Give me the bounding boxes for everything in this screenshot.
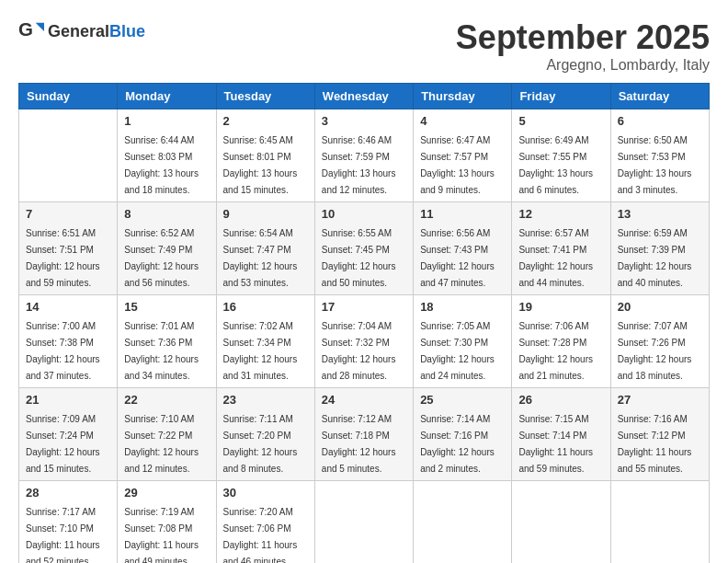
day-info: Sunrise: 6:50 AM Sunset: 7:53 PM Dayligh… <box>618 135 692 195</box>
calendar-cell: 9Sunrise: 6:54 AM Sunset: 7:47 PM Daylig… <box>216 202 314 295</box>
day-info: Sunrise: 7:14 AM Sunset: 7:16 PM Dayligh… <box>420 414 495 474</box>
calendar-cell: 14Sunrise: 7:00 AM Sunset: 7:38 PM Dayli… <box>19 295 118 388</box>
day-info: Sunrise: 6:47 AM Sunset: 7:57 PM Dayligh… <box>420 135 495 195</box>
calendar-cell: 11Sunrise: 6:56 AM Sunset: 7:43 PM Dayli… <box>414 202 512 295</box>
calendar-cell: 13Sunrise: 6:59 AM Sunset: 7:39 PM Dayli… <box>610 202 709 295</box>
weekday-wednesday: Wednesday <box>314 84 413 109</box>
day-number: 18 <box>420 300 505 314</box>
day-info: Sunrise: 6:55 AM Sunset: 7:45 PM Dayligh… <box>322 228 396 288</box>
day-info: Sunrise: 7:17 AM Sunset: 7:10 PM Dayligh… <box>26 507 100 563</box>
weekday-header-row: Sunday Monday Tuesday Wednesday Thursday… <box>19 84 710 109</box>
week-row-4: 21Sunrise: 7:09 AM Sunset: 7:24 PM Dayli… <box>19 388 710 481</box>
calendar-cell <box>314 481 413 564</box>
svg-text:G: G <box>18 18 33 40</box>
month-title: September 2025 <box>456 18 710 57</box>
day-number: 25 <box>420 393 505 407</box>
calendar-cell: 10Sunrise: 6:55 AM Sunset: 7:45 PM Dayli… <box>314 202 413 295</box>
calendar-cell: 22Sunrise: 7:10 AM Sunset: 7:22 PM Dayli… <box>118 388 216 481</box>
day-info: Sunrise: 6:44 AM Sunset: 8:03 PM Dayligh… <box>124 135 199 195</box>
calendar-cell: 6Sunrise: 6:50 AM Sunset: 7:53 PM Daylig… <box>610 109 709 202</box>
weekday-sunday: Sunday <box>19 84 118 109</box>
day-number: 20 <box>618 300 702 314</box>
day-info: Sunrise: 6:54 AM Sunset: 7:47 PM Dayligh… <box>223 228 298 288</box>
day-number: 3 <box>322 114 406 128</box>
calendar-cell: 27Sunrise: 7:16 AM Sunset: 7:12 PM Dayli… <box>610 388 709 481</box>
week-row-2: 7Sunrise: 6:51 AM Sunset: 7:51 PM Daylig… <box>19 202 710 295</box>
day-number: 11 <box>420 207 505 221</box>
day-info: Sunrise: 6:56 AM Sunset: 7:43 PM Dayligh… <box>420 228 495 288</box>
calendar-cell: 30Sunrise: 7:20 AM Sunset: 7:06 PM Dayli… <box>216 481 314 564</box>
day-info: Sunrise: 7:04 AM Sunset: 7:32 PM Dayligh… <box>322 321 396 381</box>
day-number: 26 <box>518 393 603 407</box>
day-number: 30 <box>223 486 308 500</box>
day-info: Sunrise: 7:11 AM Sunset: 7:20 PM Dayligh… <box>223 414 298 474</box>
day-info: Sunrise: 7:01 AM Sunset: 7:36 PM Dayligh… <box>124 321 199 381</box>
day-info: Sunrise: 7:20 AM Sunset: 7:06 PM Dayligh… <box>223 507 298 563</box>
calendar-cell: 12Sunrise: 6:57 AM Sunset: 7:41 PM Dayli… <box>512 202 610 295</box>
calendar-cell: 2Sunrise: 6:45 AM Sunset: 8:01 PM Daylig… <box>216 109 314 202</box>
day-number: 15 <box>124 300 209 314</box>
calendar-cell: 29Sunrise: 7:19 AM Sunset: 7:08 PM Dayli… <box>118 481 216 564</box>
day-number: 9 <box>223 207 308 221</box>
logo: G GeneralBlue <box>18 18 145 44</box>
calendar-table: Sunday Monday Tuesday Wednesday Thursday… <box>18 83 710 563</box>
title-area: September 2025 Argegno, Lombardy, Italy <box>456 18 710 74</box>
calendar-cell <box>512 481 610 564</box>
calendar-cell: 23Sunrise: 7:11 AM Sunset: 7:20 PM Dayli… <box>216 388 314 481</box>
calendar-cell: 20Sunrise: 7:07 AM Sunset: 7:26 PM Dayli… <box>610 295 709 388</box>
day-number: 2 <box>223 114 308 128</box>
day-info: Sunrise: 7:15 AM Sunset: 7:14 PM Dayligh… <box>518 414 593 474</box>
calendar-cell: 4Sunrise: 6:47 AM Sunset: 7:57 PM Daylig… <box>414 109 512 202</box>
day-info: Sunrise: 6:57 AM Sunset: 7:41 PM Dayligh… <box>518 228 593 288</box>
calendar-cell: 8Sunrise: 6:52 AM Sunset: 7:49 PM Daylig… <box>118 202 216 295</box>
calendar-cell: 16Sunrise: 7:02 AM Sunset: 7:34 PM Dayli… <box>216 295 314 388</box>
day-info: Sunrise: 7:10 AM Sunset: 7:22 PM Dayligh… <box>124 414 199 474</box>
day-number: 24 <box>322 393 406 407</box>
day-info: Sunrise: 6:59 AM Sunset: 7:39 PM Dayligh… <box>618 228 692 288</box>
day-info: Sunrise: 7:19 AM Sunset: 7:08 PM Dayligh… <box>124 507 199 563</box>
day-info: Sunrise: 6:52 AM Sunset: 7:49 PM Dayligh… <box>124 228 199 288</box>
day-number: 22 <box>124 393 209 407</box>
day-number: 27 <box>618 393 702 407</box>
calendar-cell: 17Sunrise: 7:04 AM Sunset: 7:32 PM Dayli… <box>314 295 413 388</box>
weekday-thursday: Thursday <box>414 84 512 109</box>
day-info: Sunrise: 7:06 AM Sunset: 7:28 PM Dayligh… <box>518 321 593 381</box>
day-number: 5 <box>518 114 603 128</box>
calendar-cell: 24Sunrise: 7:12 AM Sunset: 7:18 PM Dayli… <box>314 388 413 481</box>
weekday-saturday: Saturday <box>610 84 709 109</box>
logo-icon: G <box>18 18 44 44</box>
day-number: 1 <box>124 114 209 128</box>
day-number: 7 <box>26 207 110 221</box>
day-info: Sunrise: 6:51 AM Sunset: 7:51 PM Dayligh… <box>26 228 100 288</box>
calendar-cell: 28Sunrise: 7:17 AM Sunset: 7:10 PM Dayli… <box>19 481 118 564</box>
logo-general: General <box>48 22 109 40</box>
calendar-cell <box>19 109 118 202</box>
calendar-cell: 18Sunrise: 7:05 AM Sunset: 7:30 PM Dayli… <box>414 295 512 388</box>
calendar-cell: 7Sunrise: 6:51 AM Sunset: 7:51 PM Daylig… <box>19 202 118 295</box>
location-title: Argegno, Lombardy, Italy <box>456 57 710 74</box>
day-info: Sunrise: 7:05 AM Sunset: 7:30 PM Dayligh… <box>420 321 495 381</box>
calendar-cell: 15Sunrise: 7:01 AM Sunset: 7:36 PM Dayli… <box>118 295 216 388</box>
day-info: Sunrise: 7:07 AM Sunset: 7:26 PM Dayligh… <box>618 321 692 381</box>
day-number: 10 <box>322 207 406 221</box>
day-number: 13 <box>618 207 702 221</box>
day-info: Sunrise: 7:09 AM Sunset: 7:24 PM Dayligh… <box>26 414 100 474</box>
week-row-5: 28Sunrise: 7:17 AM Sunset: 7:10 PM Dayli… <box>19 481 710 564</box>
day-number: 4 <box>420 114 505 128</box>
day-number: 12 <box>518 207 603 221</box>
weekday-tuesday: Tuesday <box>216 84 314 109</box>
calendar-cell: 3Sunrise: 6:46 AM Sunset: 7:59 PM Daylig… <box>314 109 413 202</box>
logo-blue: Blue <box>109 22 145 40</box>
day-number: 17 <box>322 300 406 314</box>
day-info: Sunrise: 7:02 AM Sunset: 7:34 PM Dayligh… <box>223 321 298 381</box>
page-header: G GeneralBlue September 2025 Argegno, Lo… <box>18 18 710 74</box>
day-number: 6 <box>618 114 702 128</box>
week-row-3: 14Sunrise: 7:00 AM Sunset: 7:38 PM Dayli… <box>19 295 710 388</box>
day-info: Sunrise: 6:46 AM Sunset: 7:59 PM Dayligh… <box>322 135 396 195</box>
day-number: 28 <box>26 486 110 500</box>
calendar-cell: 1Sunrise: 6:44 AM Sunset: 8:03 PM Daylig… <box>118 109 216 202</box>
day-info: Sunrise: 7:00 AM Sunset: 7:38 PM Dayligh… <box>26 321 100 381</box>
day-number: 19 <box>518 300 603 314</box>
day-number: 21 <box>26 393 110 407</box>
day-info: Sunrise: 6:49 AM Sunset: 7:55 PM Dayligh… <box>518 135 593 195</box>
